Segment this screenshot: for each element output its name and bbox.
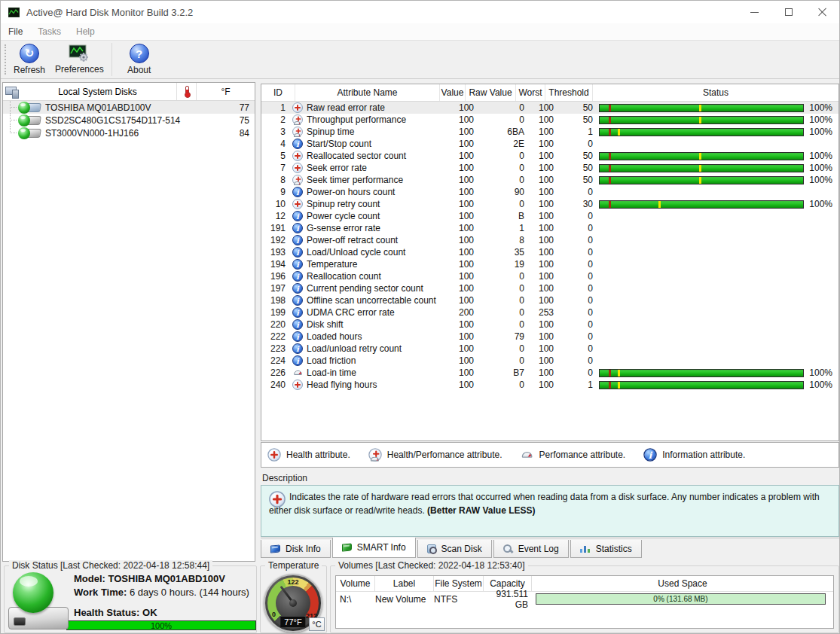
attr-status-cell: 100%	[596, 150, 838, 162]
column-header-val[interactable]: Value	[440, 84, 466, 101]
volumes-column-0[interactable]: Volume	[336, 576, 375, 591]
column-header-name[interactable]: Attribute Name	[295, 84, 440, 101]
temp-unit-header[interactable]: °F	[197, 87, 255, 97]
volumes-column-4[interactable]: Used Space	[532, 576, 833, 591]
smart-row[interactable]: 7Seek error rate100010050100%	[261, 162, 838, 174]
toolbar-gripper[interactable]	[5, 44, 7, 75]
smart-row[interactable]: 9iPower-on hours count100901000	[261, 186, 838, 198]
smart-row[interactable]: 192iPower-off retract count10081000	[261, 234, 838, 246]
attr-name: Throughput performance	[307, 114, 440, 125]
column-header-raw[interactable]: Raw Value	[466, 84, 516, 101]
attr-worst: 100	[524, 175, 554, 185]
smart-row[interactable]: 10Spinup retry count100010030100%	[261, 198, 838, 210]
menu-item-help[interactable]: Help	[69, 23, 102, 40]
column-header-worst[interactable]: Worst	[516, 84, 545, 101]
attr-name: Head flying hours	[307, 379, 440, 390]
volume-capacity: 931.511 GB	[484, 589, 532, 610]
attr-name: Load/unload retry count	[307, 343, 440, 354]
smart-row[interactable]: 191iG-sense error rate10011000	[261, 222, 838, 234]
health-status-value: OK	[142, 607, 157, 618]
refresh-button[interactable]: ↻Refresh	[10, 41, 49, 78]
attr-threshold: 0	[554, 319, 596, 330]
smart-row[interactable]: 196iReallocation count10001000	[261, 270, 838, 282]
attr-id: 9	[261, 187, 289, 197]
column-header-status[interactable]: Status	[593, 84, 838, 101]
status-bar	[599, 104, 804, 112]
smart-row[interactable]: 226Load-in time100B71000100%	[261, 367, 838, 379]
smart-row[interactable]: 222iLoaded hours100791000	[261, 331, 838, 343]
tab-statistics[interactable]: Statistics	[570, 540, 642, 558]
tab-event-log[interactable]: Event Log	[493, 540, 569, 558]
attr-icon-cell	[289, 102, 307, 113]
attr-worst: 100	[524, 355, 554, 366]
smart-row[interactable]: 193iLoad/Unload cycle count100351000	[261, 246, 838, 258]
column-header-thr[interactable]: Threshold	[545, 84, 593, 101]
attr-id: 222	[261, 331, 289, 342]
disk-row[interactable]: ST3000VN000-1HJ16684	[3, 126, 255, 139]
smart-row[interactable]: 12iPower cycle count100B1000	[261, 210, 838, 222]
threshold-tick-yellow	[618, 382, 620, 389]
celsius-toggle-button[interactable]: °C	[309, 617, 325, 631]
info-attribute-icon: i	[292, 247, 303, 258]
menu-item-tasks[interactable]: Tasks	[30, 23, 69, 40]
attr-status-cell	[596, 234, 838, 246]
tab-smart-info[interactable]: SMART Info	[332, 538, 416, 558]
smart-row[interactable]: 2Throughput performance100010050100%	[261, 114, 838, 126]
tab-disk-info[interactable]: Disk Info	[261, 540, 331, 558]
attr-raw-value: 0	[474, 307, 524, 318]
attr-id: 193	[261, 247, 289, 258]
smart-row[interactable]: 4iStart/Stop count1002E1000	[261, 138, 838, 150]
close-button[interactable]	[805, 1, 839, 23]
cross-glyph	[296, 128, 301, 133]
preferences-button[interactable]: Preferences	[55, 41, 104, 78]
smart-row[interactable]: 220iDisk shift10001000	[261, 319, 838, 331]
info-attribute-icon: i	[643, 448, 657, 462]
smart-row[interactable]: 3Spinup time1006BA1001100%	[261, 126, 838, 138]
smart-row[interactable]: 224iLoad friction10001000	[261, 355, 838, 367]
disk-row[interactable]: SSD2SC480G1CS1754D117-51475	[3, 114, 255, 126]
column-header-id[interactable]: ID	[261, 84, 295, 101]
smart-row[interactable]: 194iTemperature100191000	[261, 258, 838, 270]
threshold-tick-yellow	[618, 129, 620, 136]
attr-icon-cell: i	[289, 307, 307, 318]
legend-item: iInformation attribute.	[645, 450, 745, 460]
smart-row[interactable]: 197iCurrent pending sector count10001000	[261, 282, 838, 294]
info-attribute-icon: i	[292, 295, 303, 306]
attr-worst: 100	[524, 283, 554, 294]
attr-threshold: 0	[554, 367, 596, 378]
health-attribute-icon	[292, 102, 303, 113]
about-button[interactable]: ?About	[120, 41, 159, 78]
smart-row[interactable]: 5Reallocated sector count100010050100%	[261, 150, 838, 162]
volume-filesystem: NTFS	[434, 594, 484, 605]
app-icon	[8, 8, 20, 17]
maximize-button[interactable]	[771, 1, 805, 23]
temperature-column-header[interactable]	[177, 83, 197, 100]
attr-raw-value: 0	[474, 295, 524, 306]
volume-row[interactable]: N:\New VolumeNTFS931.511 GB0% (131.68 MB…	[336, 592, 833, 606]
smart-row[interactable]: 240Head flying hours10001001100%	[261, 379, 838, 391]
disk-list-header-main[interactable]: Local System Disks	[3, 83, 177, 100]
smart-row[interactable]: 198iOffline scan uncorrectable count1000…	[261, 294, 838, 306]
disk-row[interactable]: TOSHIBA MQ01ABD100V77	[3, 101, 255, 114]
attr-icon-cell: i	[289, 211, 307, 221]
attr-icon-cell: i	[289, 139, 307, 149]
attr-value: 100	[440, 151, 474, 161]
menu-item-file[interactable]: File	[1, 23, 30, 40]
attr-worst: 100	[524, 331, 554, 342]
status-bar	[599, 128, 804, 136]
smart-row[interactable]: 199iUDMA CRC error rate20002530	[261, 306, 838, 319]
tab-scan-disk[interactable]: Scan Disk	[417, 540, 492, 558]
attr-id: 192	[261, 235, 289, 245]
attr-value: 100	[440, 343, 474, 354]
attr-raw-value: B	[474, 211, 524, 221]
attr-value: 100	[440, 367, 474, 378]
attr-value: 200	[440, 307, 474, 318]
attr-icon-cell: i	[289, 187, 307, 197]
smart-row[interactable]: 8Seek timer performance100010050100%	[261, 174, 838, 186]
attr-name: Spinup retry count	[307, 199, 440, 209]
smart-row[interactable]: 223iLoad/unload retry count10001000	[261, 343, 838, 355]
minimize-button[interactable]	[738, 1, 771, 23]
volumes-column-1[interactable]: Label	[375, 576, 434, 591]
smart-row[interactable]: 1Raw read error rate100010050100%	[261, 102, 838, 114]
volumes-column-2[interactable]: File System	[434, 576, 484, 591]
